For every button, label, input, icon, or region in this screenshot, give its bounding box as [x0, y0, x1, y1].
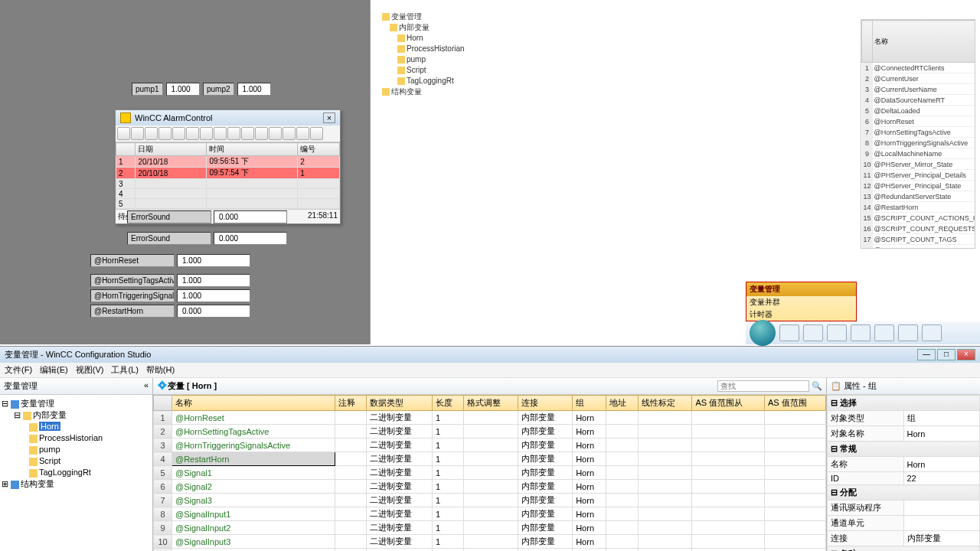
toolbar-button[interactable]: [283, 127, 296, 140]
alarm-control-window: WinCC AlarmControl × 日期时间编号 120/10/1809:…: [115, 109, 341, 224]
toolbar-button[interactable]: [241, 127, 254, 140]
menu-item[interactable]: 视图(V): [76, 365, 104, 374]
tree-item[interactable]: Script: [39, 456, 60, 465]
tree-item[interactable]: TagLoggingRt: [39, 468, 91, 477]
pump1-label: pump1: [132, 83, 163, 96]
bottom-grid-pane[interactable]: 💠 变量 [ Horn ] 🔍 名称注释数据类型长度格式调整连接组地址线性标定A…: [153, 378, 827, 551]
toolbar-button[interactable]: [186, 127, 199, 140]
task-button[interactable]: [779, 324, 799, 341]
maximize-button[interactable]: □: [937, 349, 956, 360]
config-studio-window: 变量管理 - WinCC Configuration Studio — □ × …: [0, 346, 980, 551]
tag-label: ErrorSound: [127, 232, 211, 245]
menu-item[interactable]: 帮助(H): [146, 365, 175, 374]
pump2-label: pump2: [203, 83, 234, 96]
toolbar-button[interactable]: [227, 127, 240, 140]
menu-item[interactable]: 编辑(E): [40, 365, 68, 374]
accordion-box[interactable]: 变量管理 变量并群 计时器: [746, 282, 857, 321]
toolbar-button[interactable]: [269, 127, 282, 140]
task-button[interactable]: [827, 324, 847, 341]
tree-item[interactable]: pump: [39, 445, 60, 454]
task-button[interactable]: [898, 324, 918, 341]
tag-label: @HornSettingTagsActive: [90, 274, 175, 287]
toolbar-button[interactable]: [131, 127, 144, 140]
pump2-value[interactable]: 1.000: [237, 83, 271, 96]
pump1-value[interactable]: 1.000: [166, 83, 200, 96]
task-button[interactable]: [803, 324, 823, 341]
toolbar-button[interactable]: [117, 127, 130, 140]
tag-value[interactable]: 0.000: [177, 305, 250, 318]
toolbar-button[interactable]: [172, 127, 185, 140]
search-input[interactable]: [717, 380, 809, 392]
task-button[interactable]: [874, 324, 894, 341]
config-studio-top: 变量管理内部变量HornProcessHistorianpumpScriptTa…: [370, 0, 980, 344]
menu-item[interactable]: 文件(F): [5, 365, 32, 374]
alarm-icon: [120, 112, 131, 123]
top-tree[interactable]: 变量管理内部变量HornProcessHistorianpumpScriptTa…: [373, 11, 480, 279]
alarm-table[interactable]: 日期时间编号 120/10/1809:56:51 下2220/10/1809:5…: [116, 142, 340, 209]
tag-value[interactable]: 1.000: [177, 254, 250, 267]
alarm-title: WinCC AlarmControl: [135, 113, 212, 122]
tree-item[interactable]: ProcessHistorian: [39, 433, 103, 442]
runtime-panel: pump1 1.000 pump2 1.000 WinCC AlarmContr…: [0, 0, 370, 344]
alarm-close-button[interactable]: ×: [323, 112, 335, 123]
toolbar-button[interactable]: [200, 127, 213, 140]
toolbar-button[interactable]: [158, 127, 172, 140]
toolbar-button[interactable]: [145, 127, 158, 140]
tag-label: ErrorSound: [127, 210, 211, 223]
tag-value[interactable]: 0.000: [214, 232, 287, 245]
minimize-button[interactable]: —: [917, 349, 936, 360]
menubar[interactable]: 文件(F)编辑(E)视图(V)工具(L)帮助(H): [0, 363, 980, 378]
toolbar-button[interactable]: [310, 127, 323, 140]
menu-item[interactable]: 工具(L): [111, 365, 138, 374]
toolbar-button[interactable]: [296, 127, 309, 140]
task-button[interactable]: [851, 324, 871, 341]
properties-pane[interactable]: 📋 属性 - 组 ⊟ 选择对象类型组对象名称Horn⊟ 常规名称HornID22…: [827, 378, 980, 551]
tag-value[interactable]: 1.000: [177, 274, 250, 287]
bottom-tree-pane[interactable]: 变量管理« ⊟ 变量管理 ⊟ 内部变量HornProcessHistorianp…: [0, 378, 153, 551]
start-button[interactable]: [750, 320, 776, 346]
toolbar-button[interactable]: [214, 127, 227, 140]
toolbar-button[interactable]: [255, 127, 268, 140]
windows-taskbar[interactable]: [746, 321, 980, 344]
tag-label: @HornTriggeringSignalsActi: [90, 289, 175, 302]
tag-label: @HornReset: [90, 254, 175, 267]
alarm-toolbar: [116, 126, 340, 142]
top-grid[interactable]: 名称注释数据类型长度格式调整连接组地址线性标定1@ConnectedRTClie…: [861, 19, 975, 249]
task-button[interactable]: [922, 324, 942, 341]
tag-label: @RestartHorn: [90, 305, 175, 318]
tag-value[interactable]: 0.000: [214, 210, 287, 223]
tag-value[interactable]: 1.000: [177, 289, 250, 302]
tree-item[interactable]: Horn: [39, 422, 60, 431]
status-time: 21:58:11: [308, 211, 338, 222]
window-title: 变量管理 - WinCC Configuration Studio: [5, 349, 151, 360]
close-button[interactable]: ×: [957, 349, 975, 360]
